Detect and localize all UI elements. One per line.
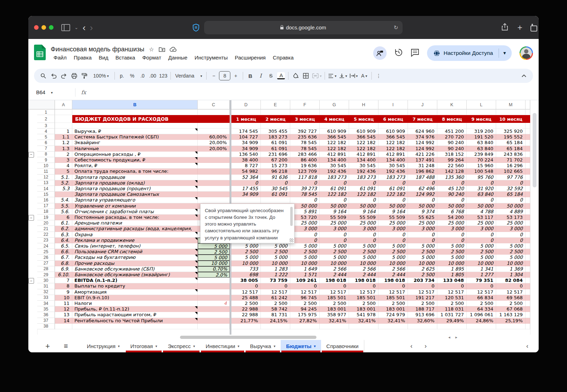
value-cell-r21-m4[interactable]: 3 000: [320, 226, 349, 232]
row-number-1[interactable]: 1: [37, 109, 55, 115]
menu-item-7[interactable]: Расширения: [232, 54, 269, 61]
new-tab-button[interactable]: +: [517, 23, 522, 33]
row-label-cell-36[interactable]: Прибыль нарастающим итогом, ₽: [72, 312, 198, 318]
value-cell-r12-m8[interactable]: 135 360: [437, 175, 467, 180]
value-cell-r21-m10[interactable]: 3 000: [496, 226, 526, 232]
value-cell-r16-m8[interactable]: 0: [437, 197, 467, 203]
assumption-cell-C28[interactable]: 0,70%: [198, 266, 230, 272]
value-cell-r31-m6[interactable]: 0: [378, 283, 408, 289]
value-cell-r20-m6[interactable]: 25 000: [378, 220, 408, 226]
value-cell-r23-m7[interactable]: 0: [408, 238, 437, 243]
item-number-cell-9[interactable]: 3: [55, 157, 72, 163]
note-resize-handle[interactable]: [290, 238, 293, 242]
assumption-cell-C31[interactable]: [198, 283, 230, 289]
value-cell-r15-m1[interactable]: 34 909: [231, 192, 261, 197]
value-cell-r5-m4[interactable]: 366 545: [320, 134, 349, 140]
assumption-cell-C7[interactable]: 20,00%: [198, 146, 230, 152]
item-number-cell-21[interactable]: 6.2.: [55, 226, 72, 232]
cell-A38[interactable]: [55, 324, 72, 329]
value-cell-r5-m5[interactable]: 366 545: [349, 134, 378, 140]
value-cell-r4-m7[interactable]: 624 960: [408, 129, 437, 134]
value-cell-r35-m3[interactable]: 94 245: [290, 306, 320, 312]
value-cell-r28-m3[interactable]: 1 649: [290, 266, 320, 272]
value-cell-r9-m10[interactable]: 71 702: [496, 157, 526, 163]
cell-row38[interactable]: [261, 324, 290, 329]
value-cell-r12-m4[interactable]: 183 273: [320, 175, 349, 180]
value-cell-r10-m8[interactable]: 22 560: [437, 163, 467, 169]
value-cell-r6-m10[interactable]: 65 184: [496, 140, 526, 146]
cell-partial[interactable]: [526, 261, 530, 266]
cell-partial[interactable]: [526, 140, 530, 146]
value-cell-r25-m4[interactable]: 2 500: [320, 249, 349, 255]
value-cell-r31-m9[interactable]: 0: [467, 283, 496, 289]
row-label-cell-5[interactable]: Система Быстрых Платежей (СБП): [72, 134, 198, 140]
assumption-cell-C33[interactable]: [198, 295, 230, 301]
more-formats-button[interactable]: 123: [158, 71, 168, 81]
value-cell-r21-m9[interactable]: 3 000: [467, 226, 496, 232]
note-scrollbar-thumb[interactable]: [290, 207, 293, 226]
cell-B1[interactable]: [72, 109, 198, 115]
value-cell-r10-m7[interactable]: 31 248: [408, 163, 437, 169]
value-cell-r6-m9[interactable]: 63 840: [467, 140, 496, 146]
value-cell-r7-m4[interactable]: 122 182: [320, 146, 349, 152]
value-cell-r17-m5[interactable]: 50 000: [349, 203, 378, 209]
decrease-font-size-button[interactable]: −: [209, 71, 219, 81]
value-cell-r25-m6[interactable]: 2 500: [378, 249, 408, 255]
cell-partial[interactable]: [526, 324, 530, 329]
cell-partial[interactable]: [526, 203, 530, 209]
row-label-cell-20[interactable]: Арендные платежи: [72, 220, 198, 226]
value-cell-r10-m2[interactable]: 15 273: [261, 163, 290, 169]
value-cell-r21-m3[interactable]: 3 000: [290, 226, 320, 232]
assumption-cell-C26[interactable]: 5 000: [198, 255, 230, 260]
value-cell-r8-m4[interactable]: 412 891: [320, 152, 349, 157]
tab-scroll-left-icon[interactable]: ‹: [410, 340, 412, 352]
value-cell-r31-m10[interactable]: 0: [496, 283, 526, 289]
name-box[interactable]: B64 ▾: [28, 90, 75, 95]
value-cell-r32-m6[interactable]: 12 517: [378, 289, 408, 295]
cell-B38[interactable]: [72, 324, 198, 329]
minimize-window-button[interactable]: [41, 25, 46, 30]
value-cell-r32-m7[interactable]: 12 517: [408, 289, 437, 295]
value-cell-r9-m8[interactable]: 99 264: [437, 157, 467, 163]
month-header-cell[interactable]: 3 месяц: [290, 115, 320, 123]
sheet-tab-menu-caret[interactable]: ▾: [314, 344, 316, 348]
row-number-13[interactable]: 13: [37, 180, 55, 186]
row-number-12[interactable]: 12: [37, 175, 55, 180]
cell-row1[interactable]: [320, 109, 349, 115]
value-cell-r13-m5[interactable]: 0: [349, 180, 378, 186]
merge-cells-button[interactable]: ▾: [311, 71, 322, 81]
value-cell-r14-m7[interactable]: 62 496: [408, 186, 437, 192]
cell-partial[interactable]: [526, 278, 530, 283]
close-window-button[interactable]: [34, 25, 39, 30]
value-cell-r4-m3[interactable]: 392 727: [290, 129, 320, 134]
row-number-38[interactable]: 38: [37, 324, 55, 329]
value-cell-r30-m10[interactable]: 82 084: [496, 278, 526, 283]
value-cell-r24-m9[interactable]: 5 000: [467, 243, 496, 249]
item-number-cell-28[interactable]: 6.9.: [55, 266, 72, 272]
value-cell-r27-m1[interactable]: 10 000: [231, 261, 261, 266]
value-cell-r14-m2[interactable]: 30 545: [261, 186, 290, 192]
value-cell-r12-m1[interactable]: 52 364: [231, 175, 261, 180]
cell-partial[interactable]: [526, 243, 530, 249]
cell-partial[interactable]: [526, 163, 530, 169]
cell-partial[interactable]: [526, 232, 530, 238]
cell-C3[interactable]: [198, 123, 230, 129]
row-label-cell-8[interactable]: Операционные расходы , ₽: [72, 152, 198, 157]
value-cell-r33-m8[interactable]: 120 531: [437, 295, 467, 301]
value-cell-r34-m9[interactable]: 2 500: [467, 301, 496, 306]
font-size-input[interactable]: 8: [219, 71, 230, 80]
value-cell-r22-m7[interactable]: 0: [408, 232, 437, 238]
menu-item-2[interactable]: Вид: [96, 54, 111, 61]
value-cell-r17-m7[interactable]: 50 000: [408, 203, 437, 209]
item-number-cell-16[interactable]: 5.4.: [55, 197, 72, 203]
column-header-partial[interactable]: [526, 100, 530, 109]
month-header-cell[interactable]: 2 месяц: [261, 115, 290, 123]
cell-row1[interactable]: [496, 109, 526, 115]
row-label-cell-31[interactable]: Выплаты по кредиту: [72, 283, 198, 289]
row-number-27[interactable]: 27: [37, 261, 55, 266]
value-cell-r29-m8[interactable]: 1 805: [437, 272, 467, 278]
row-number-6[interactable]: 6: [37, 140, 55, 146]
value-cell-r4-m1[interactable]: 174 545: [231, 129, 261, 134]
value-cell-r5-m1[interactable]: 104 727: [231, 134, 261, 140]
row-number-9[interactable]: 9: [37, 157, 55, 163]
